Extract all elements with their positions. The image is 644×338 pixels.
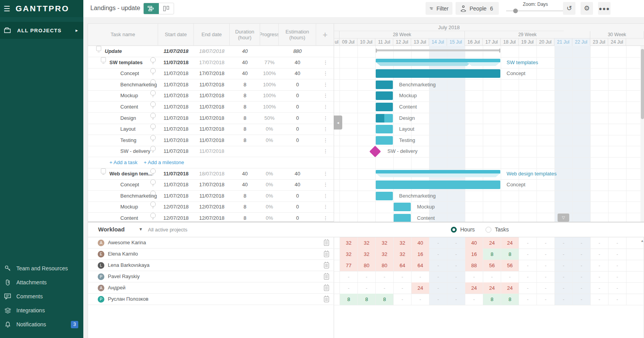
zoom-slider[interactable]: [506, 11, 565, 11]
calendar-icon[interactable]: [324, 251, 329, 257]
group-bar[interactable]: [376, 59, 500, 62]
info-icon[interactable]: i: [150, 213, 156, 218]
table-row[interactable]: Mockupi11/07/201811/07/20188100%0⋮: [88, 90, 334, 102]
row-menu-icon[interactable]: ⋮: [322, 102, 329, 112]
gear-icon[interactable]: ⚙: [581, 2, 593, 15]
info-icon[interactable]: i: [150, 201, 156, 207]
gantt-vertical-scrollbar[interactable]: [640, 46, 644, 222]
task-bar[interactable]: [376, 91, 393, 100]
workload-person-row[interactable]: LLena Barkovskaya: [88, 260, 334, 271]
hours-radio-label[interactable]: Hours: [460, 226, 475, 233]
info-icon[interactable]: i: [150, 113, 156, 118]
tasks-radio-label[interactable]: Tasks: [495, 226, 509, 233]
row-menu-icon[interactable]: ⋮: [322, 179, 329, 190]
info-icon[interactable]: i: [150, 90, 156, 96]
task-bar[interactable]: [376, 125, 393, 133]
add-column-button[interactable]: +: [316, 24, 334, 46]
sidebar-item-attachments[interactable]: Attachments: [0, 275, 83, 289]
people-button[interactable]: People 6: [456, 2, 499, 15]
sidebar-item-all-projects[interactable]: ALL PROJECTS ▸: [0, 22, 83, 39]
table-row[interactable]: Benchmarketingi11/07/201811/07/20188100%…: [88, 79, 334, 91]
row-menu-icon[interactable]: ⋮: [322, 79, 329, 90]
scrollbar-thumb[interactable]: [641, 49, 644, 119]
row-menu-icon[interactable]: ⋮: [322, 135, 329, 146]
table-row[interactable]: Concepti11/07/201817/07/201840100%40⋮: [88, 68, 334, 79]
workload-person-row[interactable]: AAwesome Karina: [88, 237, 334, 249]
scroll-down-button[interactable]: ▽: [558, 214, 569, 222]
row-menu-icon[interactable]: ⋮: [322, 57, 329, 68]
hamburger-menu-icon[interactable]: ☰: [4, 4, 13, 13]
tasks-radio[interactable]: [486, 227, 491, 233]
task-bar[interactable]: [376, 136, 393, 145]
calendar-icon[interactable]: [324, 274, 329, 280]
workload-person-row[interactable]: PPavel Rayskiy: [88, 271, 334, 282]
row-menu-icon[interactable]: ⋮: [322, 146, 329, 157]
add-row[interactable]: + Add a task+ Add a milestone: [88, 157, 334, 168]
milestone-diamond[interactable]: [370, 146, 381, 158]
task-bar[interactable]: [376, 192, 393, 200]
calendar-icon[interactable]: [324, 296, 329, 302]
calendar-icon[interactable]: [324, 285, 329, 291]
task-bar[interactable]: [376, 103, 393, 111]
info-icon[interactable]: i: [150, 179, 156, 185]
collapse-toggle[interactable]: −: [96, 46, 101, 51]
row-menu-icon[interactable]: ⋮: [322, 90, 329, 101]
add-milestone-link[interactable]: + Add a milestone: [144, 157, 184, 168]
table-row[interactable]: Concepti11/07/201817/07/2018400%40⋮: [88, 179, 334, 191]
info-icon[interactable]: i: [150, 191, 156, 196]
info-icon[interactable]: i: [150, 102, 156, 107]
add-task-link[interactable]: + Add a task: [109, 157, 137, 168]
filter-button[interactable]: Filter: [426, 2, 452, 15]
workload-title[interactable]: Workload: [98, 226, 125, 233]
info-icon[interactable]: i: [150, 68, 156, 74]
row-menu-icon[interactable]: ⋮: [322, 201, 329, 212]
task-bar-progress[interactable]: [376, 114, 384, 123]
table-row[interactable]: −SW templatesi11/07/201817/07/20184077%4…: [88, 57, 334, 68]
scroll-up-arrow[interactable]: ▲: [640, 239, 644, 243]
sidebar-item-notifications[interactable]: Notifications3: [0, 317, 83, 331]
task-bar[interactable]: [384, 114, 393, 123]
info-icon[interactable]: i: [150, 168, 156, 174]
table-row[interactable]: Contenti12/07/201812/07/201880%0⋮: [88, 213, 334, 222]
table-row[interactable]: Mockupi12/07/201812/07/201880%0⋮: [88, 201, 334, 213]
row-menu-icon[interactable]: ⋮: [322, 168, 329, 179]
collapse-toggle[interactable]: −: [101, 168, 106, 173]
workload-person-row[interactable]: EElena Karnilo: [88, 249, 334, 260]
task-bar[interactable]: [376, 180, 500, 189]
table-row[interactable]: Benchmarketingi11/07/201811/07/201880%0⋮: [88, 191, 334, 202]
task-bar[interactable]: [394, 214, 411, 222]
more-options-icon[interactable]: ●●●: [598, 2, 611, 15]
info-icon[interactable]: i: [150, 79, 156, 85]
calendar-icon[interactable]: [324, 240, 329, 246]
zoom-slider-thumb[interactable]: [513, 9, 518, 13]
table-row[interactable]: Contenti11/07/201811/07/20188100%0⋮: [88, 102, 334, 113]
history-icon[interactable]: ↺: [563, 2, 575, 15]
row-menu-icon[interactable]: ⋮: [322, 191, 329, 201]
task-bar[interactable]: [376, 69, 500, 78]
chevron-down-icon[interactable]: ▼: [139, 227, 143, 231]
table-row[interactable]: −Web design tem...i11/07/201818/07/20184…: [88, 168, 334, 180]
table-row[interactable]: −Update11/07/201818/07/201840880: [88, 46, 334, 57]
collapse-table-handle[interactable]: ◂: [334, 116, 342, 130]
table-row[interactable]: Designi11/07/201811/07/2018850%0⋮: [88, 113, 334, 124]
info-icon[interactable]: i: [150, 124, 156, 129]
table-row[interactable]: Testingi11/07/201811/07/201880%0⋮: [88, 135, 334, 146]
group-bar[interactable]: [376, 170, 500, 173]
workload-person-row[interactable]: ААндрей: [88, 282, 334, 294]
table-row[interactable]: SW - deliveryi11/07/201811/07/2018⋮: [88, 146, 334, 157]
hours-radio[interactable]: [451, 227, 457, 233]
row-menu-icon[interactable]: ⋮: [322, 68, 329, 79]
sidebar-item-comments[interactable]: Comments: [0, 289, 83, 303]
task-bar[interactable]: [376, 81, 393, 89]
row-menu-icon[interactable]: ⋮: [322, 113, 329, 124]
collapse-toggle[interactable]: −: [101, 57, 106, 62]
row-menu-icon[interactable]: ⋮: [322, 124, 329, 135]
sidebar-item-team-and-resources[interactable]: Team and Resources: [0, 261, 83, 275]
info-icon[interactable]: i: [150, 146, 156, 151]
calendar-icon[interactable]: [324, 263, 329, 268]
row-menu-icon[interactable]: ⋮: [322, 213, 329, 222]
workload-person-row[interactable]: РРуслан Полозков: [88, 294, 334, 305]
info-icon[interactable]: i: [150, 135, 156, 140]
info-icon[interactable]: i: [150, 57, 156, 63]
table-row[interactable]: Layouti11/07/201811/07/201880%0⋮: [88, 124, 334, 135]
